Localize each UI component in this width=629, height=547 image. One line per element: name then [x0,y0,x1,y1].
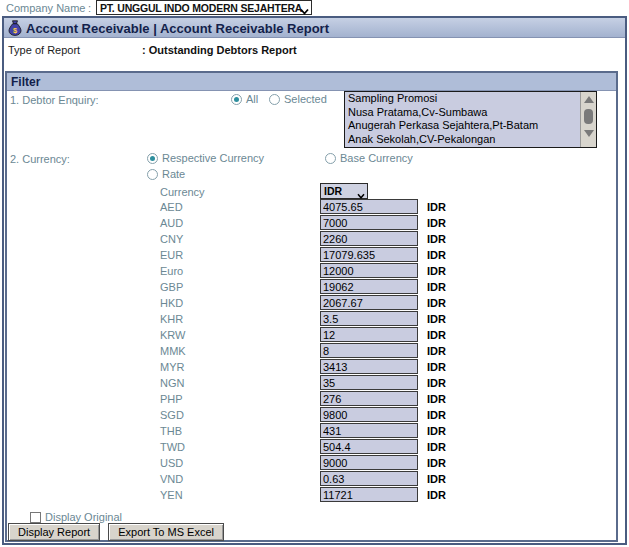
currency-rate-row: HKDIDR [7,295,616,311]
currency-unit-label: IDR [427,329,446,341]
debtor-list-scrollbar[interactable] [580,92,596,147]
module-header-bar: $ Account Receivable | Account Receivabl… [4,18,625,38]
radio-all-label: All [246,93,258,105]
company-select[interactable]: PT. UNGGUL INDO MODERN SEJAHTERA [96,0,312,15]
currency-rate-input[interactable] [320,471,418,486]
page-title: Account Receivable | Account Receivable … [26,21,329,36]
debtor-list-item[interactable]: Anugerah Perkasa Sejahtera,Pt-Batam [345,119,579,133]
radio-rate[interactable]: Rate [147,168,185,180]
radio-selected-label: Selected [284,93,327,105]
currency-rate-row: TWDIDR [7,439,616,455]
currency-rate-input[interactable] [320,295,418,310]
radio-respective-currency[interactable]: Respective Currency [147,152,264,164]
currency-rate-row: YENIDR [7,487,616,503]
currency-rate-row: USDIDR [7,455,616,471]
currency-rate-row: KRWIDR [7,327,616,343]
currency-unit-label: IDR [427,265,446,277]
currency-unit-label: IDR [427,345,446,357]
currency-dropdown-label: Currency [160,186,205,198]
radio-all[interactable]: All [231,93,258,105]
debtor-list-item[interactable]: Sampling Promosi [345,92,579,106]
money-bag-icon: $ [8,20,22,38]
company-name-label: Company Name [6,2,85,14]
radio-base-currency[interactable]: Base Currency [325,152,413,164]
currency-unit-label: IDR [427,425,446,437]
currency-rate-input[interactable] [320,343,418,358]
debtor-list-item[interactable]: Anak Sekolah,CV-Pekalongan [345,133,579,147]
currency-rate-input[interactable] [320,263,418,278]
display-original-label: Display Original [45,511,122,523]
display-report-button[interactable]: Display Report [8,523,100,541]
currency-unit-label: IDR [427,409,446,421]
currency-rate-row: GBPIDR [7,279,616,295]
filter-content: 1. Debtor Enquiry: All Selected Sampling… [7,91,616,541]
currency-code-label: YEN [160,489,183,501]
currency-unit-label: IDR [427,313,446,325]
currency-unit-label: IDR [427,249,446,261]
currency-rate-input[interactable] [320,279,418,294]
display-original-checkbox[interactable] [30,512,41,523]
currency-unit-label: IDR [427,297,446,309]
currency-rate-row: MYRIDR [7,359,616,375]
currency-code-label: VND [160,473,183,485]
currency-code-label: MMK [160,345,186,357]
currency-rate-input[interactable] [320,455,418,470]
radio-rate-control[interactable] [147,169,158,180]
currency-rate-row: EuroIDR [7,263,616,279]
scrollbar-thumb[interactable] [584,109,593,124]
scroll-up-icon[interactable] [584,96,594,103]
currency-rate-input[interactable] [320,391,418,406]
action-buttons: Display Report Export To MS Excel [8,523,229,541]
currency-rate-input[interactable] [320,423,418,438]
currency-code-label: SGD [160,409,184,421]
currency-rate-input[interactable] [320,327,418,342]
scroll-down-icon[interactable] [584,130,594,137]
radio-base-label: Base Currency [340,152,413,164]
radio-all-control[interactable] [231,94,242,105]
currency-rate-input[interactable] [320,375,418,390]
currency-rate-input[interactable] [320,439,418,454]
currency-rate-row: CNYIDR [7,231,616,247]
currency-unit-label: IDR [427,393,446,405]
radio-selected-control[interactable] [269,94,280,105]
currency-code-label: HKD [160,297,183,309]
radio-selected[interactable]: Selected [269,93,327,105]
currency-rate-row: NGNIDR [7,375,616,391]
currency-dropdown[interactable]: IDR [320,183,368,199]
currency-rate-input[interactable] [320,215,418,230]
currency-section-label: 2. Currency: [10,153,70,165]
currency-code-label: AUD [160,217,183,229]
currency-rate-input[interactable] [320,407,418,422]
currency-unit-label: IDR [427,281,446,293]
currency-unit-label: IDR [427,201,446,213]
radio-base-control[interactable] [325,153,336,164]
currency-unit-label: IDR [427,233,446,245]
currency-code-label: THB [160,425,182,437]
radio-respective-control[interactable] [147,153,158,164]
radio-respective-label: Respective Currency [162,152,264,164]
radio-rate-label: Rate [162,168,185,180]
currency-unit-label: IDR [427,361,446,373]
company-select-value: PT. UNGGUL INDO MODERN SEJAHTERA [100,2,302,14]
currency-code-label: MYR [160,361,184,373]
currency-rate-row: EURIDR [7,247,616,263]
currency-unit-label: IDR [427,489,446,501]
company-name-colon: : [88,2,91,14]
filter-section: Filter 1. Debtor Enquiry: All Selected S… [5,71,618,542]
page: Company Name : PT. UNGGUL INDO MODERN SE… [0,0,629,547]
currency-rate-input[interactable] [320,231,418,246]
export-excel-button[interactable]: Export To MS Excel [108,523,224,541]
display-original-option[interactable]: Display Original [30,511,122,523]
currency-dropdown-value: IDR [324,185,342,197]
currency-rate-input[interactable] [320,311,418,326]
currency-code-label: PHP [160,393,183,405]
currency-rate-input[interactable] [320,199,418,214]
currency-code-label: Euro [160,265,183,277]
debtor-listbox[interactable]: Sampling PromosiNusa Pratama,Cv-SumbawaA… [344,91,597,148]
currency-rate-input[interactable] [320,359,418,374]
currency-code-label: EUR [160,249,183,261]
debtor-list-item[interactable]: Nusa Pratama,Cv-Sumbawa [345,106,579,120]
currency-rate-row: SGDIDR [7,407,616,423]
currency-rate-input[interactable] [320,247,418,262]
currency-rate-input[interactable] [320,487,418,502]
